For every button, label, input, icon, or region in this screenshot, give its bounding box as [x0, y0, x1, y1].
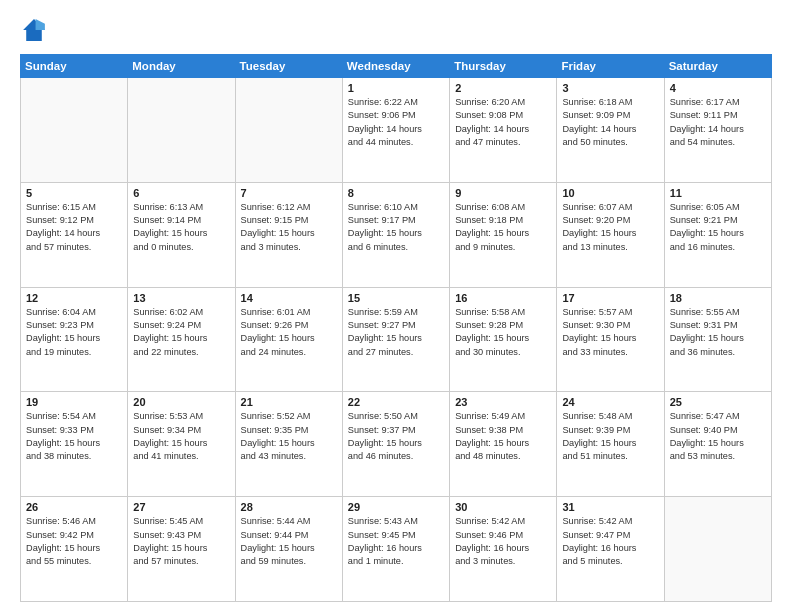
day-cell: 22Sunrise: 5:50 AM Sunset: 9:37 PM Dayli… — [342, 392, 449, 497]
day-number: 5 — [26, 187, 122, 199]
day-number: 22 — [348, 396, 444, 408]
day-info: Sunrise: 5:52 AM Sunset: 9:35 PM Dayligh… — [241, 410, 337, 463]
day-info: Sunrise: 6:08 AM Sunset: 9:18 PM Dayligh… — [455, 201, 551, 254]
day-cell: 19Sunrise: 5:54 AM Sunset: 9:33 PM Dayli… — [21, 392, 128, 497]
day-info: Sunrise: 6:07 AM Sunset: 9:20 PM Dayligh… — [562, 201, 658, 254]
day-info: Sunrise: 6:02 AM Sunset: 9:24 PM Dayligh… — [133, 306, 229, 359]
day-cell: 18Sunrise: 5:55 AM Sunset: 9:31 PM Dayli… — [664, 287, 771, 392]
day-cell: 3Sunrise: 6:18 AM Sunset: 9:09 PM Daylig… — [557, 78, 664, 183]
day-info: Sunrise: 5:46 AM Sunset: 9:42 PM Dayligh… — [26, 515, 122, 568]
day-number: 20 — [133, 396, 229, 408]
day-cell: 2Sunrise: 6:20 AM Sunset: 9:08 PM Daylig… — [450, 78, 557, 183]
day-cell: 14Sunrise: 6:01 AM Sunset: 9:26 PM Dayli… — [235, 287, 342, 392]
day-number: 7 — [241, 187, 337, 199]
day-info: Sunrise: 5:49 AM Sunset: 9:38 PM Dayligh… — [455, 410, 551, 463]
week-row-3: 19Sunrise: 5:54 AM Sunset: 9:33 PM Dayli… — [21, 392, 772, 497]
day-cell: 26Sunrise: 5:46 AM Sunset: 9:42 PM Dayli… — [21, 497, 128, 602]
weekday-thursday: Thursday — [450, 55, 557, 78]
day-info: Sunrise: 5:43 AM Sunset: 9:45 PM Dayligh… — [348, 515, 444, 568]
day-info: Sunrise: 6:13 AM Sunset: 9:14 PM Dayligh… — [133, 201, 229, 254]
day-info: Sunrise: 6:15 AM Sunset: 9:12 PM Dayligh… — [26, 201, 122, 254]
week-row-0: 1Sunrise: 6:22 AM Sunset: 9:06 PM Daylig… — [21, 78, 772, 183]
day-cell: 9Sunrise: 6:08 AM Sunset: 9:18 PM Daylig… — [450, 182, 557, 287]
weekday-sunday: Sunday — [21, 55, 128, 78]
day-cell — [235, 78, 342, 183]
weekday-monday: Monday — [128, 55, 235, 78]
day-number: 12 — [26, 292, 122, 304]
day-cell: 29Sunrise: 5:43 AM Sunset: 9:45 PM Dayli… — [342, 497, 449, 602]
day-number: 13 — [133, 292, 229, 304]
day-info: Sunrise: 5:48 AM Sunset: 9:39 PM Dayligh… — [562, 410, 658, 463]
day-number: 23 — [455, 396, 551, 408]
day-number: 11 — [670, 187, 766, 199]
day-info: Sunrise: 6:20 AM Sunset: 9:08 PM Dayligh… — [455, 96, 551, 149]
day-info: Sunrise: 6:12 AM Sunset: 9:15 PM Dayligh… — [241, 201, 337, 254]
day-cell: 7Sunrise: 6:12 AM Sunset: 9:15 PM Daylig… — [235, 182, 342, 287]
day-cell: 24Sunrise: 5:48 AM Sunset: 9:39 PM Dayli… — [557, 392, 664, 497]
day-cell: 21Sunrise: 5:52 AM Sunset: 9:35 PM Dayli… — [235, 392, 342, 497]
header — [20, 16, 772, 44]
day-info: Sunrise: 5:59 AM Sunset: 9:27 PM Dayligh… — [348, 306, 444, 359]
day-info: Sunrise: 6:22 AM Sunset: 9:06 PM Dayligh… — [348, 96, 444, 149]
week-row-1: 5Sunrise: 6:15 AM Sunset: 9:12 PM Daylig… — [21, 182, 772, 287]
day-info: Sunrise: 6:10 AM Sunset: 9:17 PM Dayligh… — [348, 201, 444, 254]
day-info: Sunrise: 5:55 AM Sunset: 9:31 PM Dayligh… — [670, 306, 766, 359]
day-number: 3 — [562, 82, 658, 94]
day-cell — [128, 78, 235, 183]
day-number: 29 — [348, 501, 444, 513]
day-number: 27 — [133, 501, 229, 513]
day-info: Sunrise: 6:18 AM Sunset: 9:09 PM Dayligh… — [562, 96, 658, 149]
day-info: Sunrise: 6:17 AM Sunset: 9:11 PM Dayligh… — [670, 96, 766, 149]
day-info: Sunrise: 5:45 AM Sunset: 9:43 PM Dayligh… — [133, 515, 229, 568]
day-number: 9 — [455, 187, 551, 199]
day-cell: 23Sunrise: 5:49 AM Sunset: 9:38 PM Dayli… — [450, 392, 557, 497]
day-number: 6 — [133, 187, 229, 199]
calendar: SundayMondayTuesdayWednesdayThursdayFrid… — [20, 54, 772, 602]
day-cell: 1Sunrise: 6:22 AM Sunset: 9:06 PM Daylig… — [342, 78, 449, 183]
day-cell: 20Sunrise: 5:53 AM Sunset: 9:34 PM Dayli… — [128, 392, 235, 497]
day-number: 25 — [670, 396, 766, 408]
day-info: Sunrise: 5:57 AM Sunset: 9:30 PM Dayligh… — [562, 306, 658, 359]
day-number: 14 — [241, 292, 337, 304]
day-cell: 15Sunrise: 5:59 AM Sunset: 9:27 PM Dayli… — [342, 287, 449, 392]
day-info: Sunrise: 5:47 AM Sunset: 9:40 PM Dayligh… — [670, 410, 766, 463]
day-cell: 6Sunrise: 6:13 AM Sunset: 9:14 PM Daylig… — [128, 182, 235, 287]
day-number: 28 — [241, 501, 337, 513]
logo-icon — [20, 16, 48, 44]
day-info: Sunrise: 5:42 AM Sunset: 9:46 PM Dayligh… — [455, 515, 551, 568]
day-cell — [664, 497, 771, 602]
day-number: 24 — [562, 396, 658, 408]
day-info: Sunrise: 5:44 AM Sunset: 9:44 PM Dayligh… — [241, 515, 337, 568]
weekday-saturday: Saturday — [664, 55, 771, 78]
day-cell: 13Sunrise: 6:02 AM Sunset: 9:24 PM Dayli… — [128, 287, 235, 392]
day-cell: 30Sunrise: 5:42 AM Sunset: 9:46 PM Dayli… — [450, 497, 557, 602]
day-number: 19 — [26, 396, 122, 408]
day-info: Sunrise: 5:50 AM Sunset: 9:37 PM Dayligh… — [348, 410, 444, 463]
day-cell: 28Sunrise: 5:44 AM Sunset: 9:44 PM Dayli… — [235, 497, 342, 602]
weekday-wednesday: Wednesday — [342, 55, 449, 78]
day-info: Sunrise: 6:01 AM Sunset: 9:26 PM Dayligh… — [241, 306, 337, 359]
weekday-friday: Friday — [557, 55, 664, 78]
day-number: 30 — [455, 501, 551, 513]
day-number: 8 — [348, 187, 444, 199]
day-cell: 11Sunrise: 6:05 AM Sunset: 9:21 PM Dayli… — [664, 182, 771, 287]
weekday-tuesday: Tuesday — [235, 55, 342, 78]
day-cell: 31Sunrise: 5:42 AM Sunset: 9:47 PM Dayli… — [557, 497, 664, 602]
day-info: Sunrise: 5:58 AM Sunset: 9:28 PM Dayligh… — [455, 306, 551, 359]
day-cell — [21, 78, 128, 183]
day-cell: 27Sunrise: 5:45 AM Sunset: 9:43 PM Dayli… — [128, 497, 235, 602]
day-number: 4 — [670, 82, 766, 94]
day-cell: 17Sunrise: 5:57 AM Sunset: 9:30 PM Dayli… — [557, 287, 664, 392]
day-number: 16 — [455, 292, 551, 304]
day-number: 26 — [26, 501, 122, 513]
day-number: 18 — [670, 292, 766, 304]
day-number: 2 — [455, 82, 551, 94]
day-cell: 25Sunrise: 5:47 AM Sunset: 9:40 PM Dayli… — [664, 392, 771, 497]
day-number: 21 — [241, 396, 337, 408]
day-number: 17 — [562, 292, 658, 304]
day-info: Sunrise: 5:54 AM Sunset: 9:33 PM Dayligh… — [26, 410, 122, 463]
day-number: 10 — [562, 187, 658, 199]
day-number: 31 — [562, 501, 658, 513]
day-info: Sunrise: 6:04 AM Sunset: 9:23 PM Dayligh… — [26, 306, 122, 359]
day-cell: 10Sunrise: 6:07 AM Sunset: 9:20 PM Dayli… — [557, 182, 664, 287]
